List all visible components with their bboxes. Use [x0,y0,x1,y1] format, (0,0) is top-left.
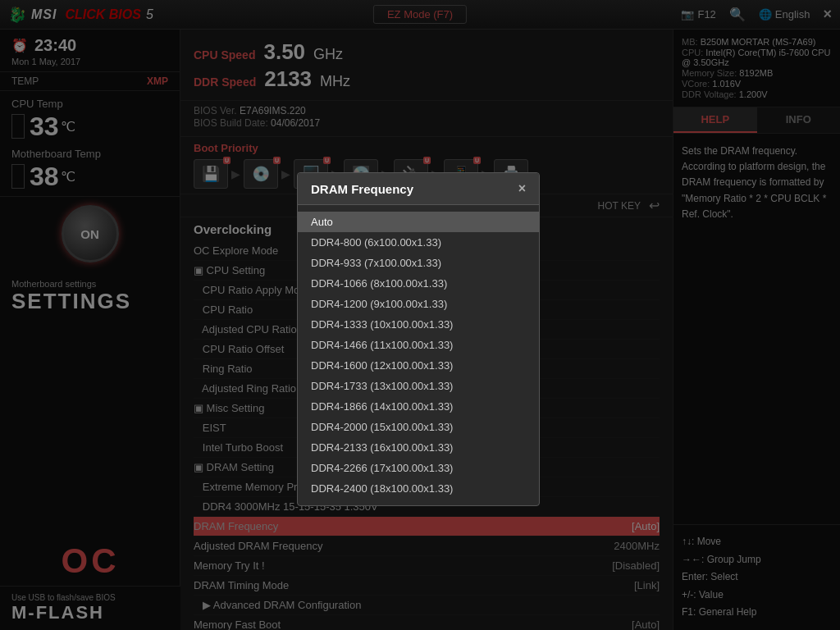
modal-item[interactable]: DDR4-1866 (14x100.00x1.33) [298,396,539,417]
modal-close-button[interactable]: × [518,181,526,196]
modal-item[interactable]: DDR4-2266 (17x100.00x1.33) [298,458,539,478]
modal-header: DRAM Frequency × [298,173,539,205]
modal-item[interactable]: Auto [298,212,539,232]
dram-frequency-modal: DRAM Frequency × AutoDDR4-800 (6x100.00x… [297,172,540,506]
modal-item[interactable]: DDR4-1733 (13x100.00x1.33) [298,376,539,396]
modal-title: DRAM Frequency [311,182,413,196]
modal-item[interactable]: DDR4-1600 (12x100.00x1.33) [298,355,539,376]
modal-item[interactable]: DDR4-1333 (10x100.00x1.33) [298,314,539,335]
modal-item[interactable]: DDR4-1200 (9x100.00x1.33) [298,294,539,314]
modal-item[interactable]: DDR4-1066 (8x100.00x1.33) [298,273,539,294]
modal-item[interactable]: DDR4-933 (7x100.00x1.33) [298,253,539,273]
modal-item[interactable]: DDR4-2400 (18x100.00x1.33) [298,478,539,499]
modal-list: AutoDDR4-800 (6x100.00x1.33)DDR4-933 (7x… [298,205,539,505]
modal-item[interactable]: DDR4-1466 (11x100.00x1.33) [298,335,539,355]
modal-item[interactable]: DDR4-800 (6x100.00x1.33) [298,232,539,253]
modal-item[interactable]: DDR4-2000 (15x100.00x1.33) [298,417,539,437]
modal-item[interactable]: DDR4-2133 (16x100.00x1.33) [298,437,539,458]
